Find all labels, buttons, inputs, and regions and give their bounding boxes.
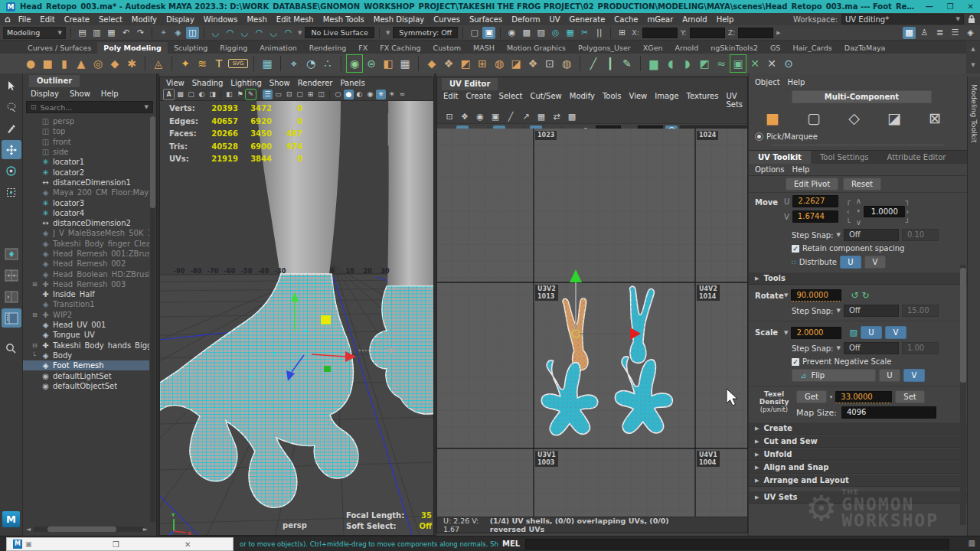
outliner-menu-item[interactable]: Help xyxy=(101,90,119,98)
menu-item[interactable]: Mesh Display xyxy=(369,15,429,24)
menu-item[interactable]: mGear xyxy=(642,15,678,24)
shaded-icon[interactable]: ▭ xyxy=(273,90,283,99)
move-left-button[interactable]: ‹ xyxy=(843,207,853,216)
curve-warp-icon[interactable]: ≋ xyxy=(194,55,210,72)
shelf-tab[interactable]: MASH xyxy=(467,42,501,54)
move-up-button[interactable]: ∧ xyxy=(853,197,864,205)
maximize-icon[interactable]: ❒ xyxy=(113,540,119,549)
camera-aim-icon[interactable]: ⌖ xyxy=(286,55,302,72)
grid-block-icon[interactable]: ▦ xyxy=(397,55,413,72)
outliner-item[interactable]: ◈ Takeshi_Body_finger_Cleaned_UV xyxy=(23,239,149,249)
menu-item[interactable]: Help xyxy=(712,15,739,24)
collapsed-section-header[interactable]: ▶Align and Snap xyxy=(749,461,967,474)
uv-optimize-tool-icon[interactable]: ▩ xyxy=(566,111,578,122)
y-coordinate-input[interactable] xyxy=(690,28,725,38)
paint-select-tool[interactable] xyxy=(2,119,21,138)
bevel-icon[interactable]: ◆ xyxy=(424,55,439,72)
default-lighting-icon[interactable]: ☀ xyxy=(387,90,397,99)
expand-toggle-icon[interactable]: ⊞ xyxy=(32,311,41,318)
uv-toolkit-menu-item[interactable]: Options xyxy=(755,165,785,174)
layout-two-pane-button[interactable] xyxy=(2,287,21,306)
menu-item[interactable]: Create xyxy=(60,15,94,24)
mirror-geometry-icon[interactable]: ◧ xyxy=(381,55,396,72)
outliner-horizontal-scrollbar[interactable] xyxy=(34,527,144,532)
outliner-item[interactable]: ◈ Tongue_UV xyxy=(23,330,149,340)
menu-item[interactable]: Select xyxy=(94,15,127,24)
menu-item[interactable]: Arnold xyxy=(678,15,711,24)
ipr-render-icon[interactable]: ▨ xyxy=(534,27,547,39)
minimize-button[interactable]: — xyxy=(926,2,933,11)
move-step-field[interactable]: 1.0000 xyxy=(864,206,905,217)
home-icon[interactable]: ⌂ xyxy=(5,14,11,24)
texel-density-field[interactable]: 33.0000 xyxy=(835,391,892,403)
outliner-search-input[interactable]: ⊡ Search... ▼ xyxy=(26,101,153,113)
move-u-field[interactable]: 2.2627 xyxy=(792,195,838,207)
uv-symmetrize-tool-icon[interactable]: ⇄ xyxy=(550,111,563,122)
section-resize-handle[interactable] xyxy=(772,145,944,145)
render-current-frame-icon[interactable]: ▩ xyxy=(520,27,533,39)
outliner-item[interactable]: ◈ Transition1 xyxy=(23,299,149,309)
shelf-tab[interactable]: Polygons_User xyxy=(572,42,637,54)
sidebar-tab[interactable]: UV Toolkit xyxy=(749,151,811,164)
outliner-menu-item[interactable]: Display xyxy=(31,90,59,98)
collapsed-section-header[interactable]: ▶Cut and Sew xyxy=(749,435,967,448)
lasso-select-tool[interactable] xyxy=(2,97,21,116)
outliner-item[interactable]: ✚ Inside_Half xyxy=(23,289,149,299)
shadows-icon[interactable]: ● xyxy=(344,90,354,99)
shelf-tab[interactable]: Poly Modeling xyxy=(97,42,168,54)
scale-tool[interactable] xyxy=(2,183,21,202)
workspace-dropdown[interactable]: UV Editing* ▼ xyxy=(841,14,964,24)
scroll-down-icon[interactable]: ▼ xyxy=(971,62,975,68)
render-settings-icon[interactable]: ◎ xyxy=(549,27,562,39)
uv-mode-icon[interactable]: ⊠ xyxy=(929,109,941,126)
shelf-tab[interactable]: DazToMaya xyxy=(838,42,892,54)
uv-menu-item[interactable]: View xyxy=(629,92,648,109)
map-size-field[interactable]: 4096 xyxy=(841,406,936,419)
outliner-item[interactable]: ✳ locator4 xyxy=(23,208,149,218)
uv-menu-item[interactable]: Create xyxy=(466,92,491,109)
wireframe-icon[interactable]: ☰ xyxy=(263,90,273,99)
outliner-item[interactable]: ◈ Head_Remesh_001:ZBrushPolyMesh3 xyxy=(23,249,149,259)
shelf-tab[interactable]: FX Caching xyxy=(374,42,426,54)
menu-item[interactable]: Mesh Tools xyxy=(318,15,369,24)
textured-icon[interactable]: ⊡ xyxy=(284,90,294,99)
poly-sphere-icon[interactable]: ● xyxy=(23,55,38,72)
live-surface-field[interactable]: No Live Surface xyxy=(305,27,374,38)
move-v-field[interactable]: 1.6744 xyxy=(792,210,838,223)
close-button[interactable]: ✕ xyxy=(968,2,974,11)
pause-icon[interactable]: || xyxy=(593,27,606,39)
edge-mode-icon[interactable]: ◇ xyxy=(848,109,860,126)
relax-brush-icon[interactable]: ◖ xyxy=(663,55,678,72)
outliner-item[interactable]: ✳ locator3 xyxy=(23,197,149,207)
menu-item[interactable]: File xyxy=(14,15,36,24)
construction-history-icon[interactable]: ▢ xyxy=(468,27,481,39)
move-down-button[interactable]: ∨ xyxy=(853,218,864,227)
outliner-item[interactable]: ◉ defaultLightSet xyxy=(23,370,149,380)
outliner-vertical-scrollbar[interactable] xyxy=(150,116,155,522)
two-d-pan-zoom-icon[interactable]: ◧ xyxy=(224,90,234,99)
chevron-down-icon[interactable]: ▼ xyxy=(784,292,788,298)
multi-component-button[interactable]: Multi-Component xyxy=(792,90,932,103)
modeling-toolkit-side-tab[interactable]: Modeling Toolkit xyxy=(967,77,980,536)
edit-pivot-button[interactable]: Edit Pivot xyxy=(786,178,838,191)
default-material-icon[interactable]: ▢ xyxy=(295,90,305,99)
expand-toggle-icon[interactable]: └ xyxy=(32,352,41,359)
wrap-tube-icon[interactable]: ≈ xyxy=(714,55,729,72)
flip-v-button[interactable]: V xyxy=(903,369,925,382)
redo-icon[interactable]: ↷ xyxy=(134,27,147,39)
origin-locator-icon[interactable]: ∴ xyxy=(320,55,335,72)
scale-u-button[interactable]: U xyxy=(861,326,882,339)
lock-icon[interactable] xyxy=(968,15,975,24)
uv-grab-tool-icon[interactable]: ▣ xyxy=(489,111,501,122)
outliner-item[interactable]: ◫ persp xyxy=(23,116,149,126)
section-header-uv-sets[interactable]: ▶UV Sets xyxy=(749,491,967,504)
outliner-item[interactable]: ✳ locator2 xyxy=(23,167,149,177)
select-by-object-icon[interactable]: ◈ xyxy=(172,27,185,39)
scale-field[interactable]: 2.0000 xyxy=(791,327,841,339)
modeling-toolkit-button[interactable]: ▩ xyxy=(903,27,916,39)
object-mode-icon[interactable]: ■ xyxy=(766,109,779,126)
selection-highlight-icon[interactable]: ▣ xyxy=(482,27,495,39)
isolate-select-icon[interactable]: ◉ xyxy=(347,55,362,72)
chevron-down-icon[interactable]: ▾ xyxy=(830,394,833,400)
rotate-tool[interactable] xyxy=(2,161,21,181)
